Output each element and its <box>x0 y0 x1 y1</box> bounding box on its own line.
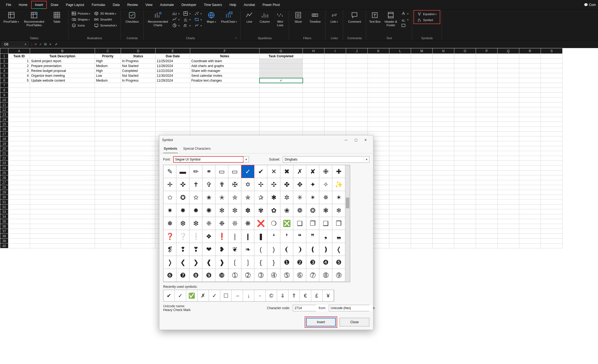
cell-Q19[interactable] <box>498 141 519 146</box>
cell-K11[interactable] <box>368 102 389 107</box>
symbol-cell[interactable]: ✺ <box>202 204 215 217</box>
cell-O14[interactable] <box>454 117 476 122</box>
cell-Q23[interactable] <box>498 161 519 166</box>
symbol-cell[interactable]: ❞ <box>306 230 319 243</box>
cell-R28[interactable] <box>519 185 541 190</box>
symbol-cell[interactable]: ✣ <box>267 178 280 191</box>
cell-B13[interactable] <box>30 112 95 117</box>
cell-I8[interactable] <box>324 88 346 93</box>
cell-P1[interactable] <box>476 54 498 59</box>
symbol-cell[interactable]: ❔ <box>176 230 189 243</box>
cell-G2[interactable] <box>259 59 303 64</box>
cell-J15[interactable] <box>346 122 368 127</box>
cell-A28[interactable] <box>8 185 30 190</box>
cell-C1[interactable]: Priority <box>95 54 121 59</box>
symbol-cell[interactable]: ❀ <box>280 204 293 217</box>
cell-B16[interactable] <box>30 127 95 132</box>
object-button[interactable] <box>400 23 410 28</box>
cell-E10[interactable] <box>156 98 190 102</box>
cell-J12[interactable] <box>346 107 368 112</box>
cell-P7[interactable] <box>476 83 498 88</box>
col-header-D[interactable]: D <box>121 48 156 54</box>
cell-B9[interactable] <box>30 93 95 98</box>
cell-G14[interactable] <box>259 117 303 122</box>
charcode-input-wrap[interactable] <box>293 305 316 311</box>
cell-Q40[interactable] <box>498 243 519 248</box>
symbol-cell[interactable]: ✞ <box>202 178 215 191</box>
row-header-11[interactable]: 11 <box>0 102 8 107</box>
cell-J16[interactable] <box>346 127 368 132</box>
cell-J11[interactable] <box>346 102 368 107</box>
col-header-F[interactable]: F <box>190 48 259 54</box>
cell-L12[interactable] <box>389 107 411 112</box>
cell-M26[interactable] <box>411 175 433 180</box>
cell-M6[interactable] <box>411 78 433 83</box>
cell-M19[interactable] <box>411 141 433 146</box>
recent-symbol-cell[interactable]: ✓ <box>209 290 220 301</box>
symbol-cell[interactable]: ❺ <box>332 256 345 269</box>
cell-P9[interactable] <box>476 93 498 98</box>
insert-button[interactable]: Insert <box>306 318 336 326</box>
cell-D36[interactable] <box>121 224 156 229</box>
cell-I10[interactable] <box>324 98 346 102</box>
cell-N26[interactable] <box>433 175 454 180</box>
cell-C29[interactable] <box>95 190 121 195</box>
symbol-cell[interactable]: ( <box>254 243 267 256</box>
cell-A18[interactable] <box>8 136 30 141</box>
cell-D6[interactable]: In Progress <box>121 78 156 83</box>
cell-D37[interactable] <box>121 229 156 234</box>
cell-S33[interactable] <box>541 209 563 214</box>
cell-M34[interactable] <box>411 214 433 219</box>
cell-F16[interactable] <box>190 127 259 132</box>
cell-B30[interactable] <box>30 195 95 200</box>
cell-G1[interactable]: Task Completed <box>259 54 303 59</box>
cell-P30[interactable] <box>476 195 498 200</box>
symbol-cell[interactable]: ❒ <box>332 217 345 230</box>
symbol-cell[interactable]: ✡ <box>241 178 254 191</box>
cell-C22[interactable] <box>95 156 121 161</box>
cell-G16[interactable] <box>259 127 303 132</box>
cell-A40[interactable] <box>8 243 30 248</box>
symbol-cell[interactable]: ❫ <box>319 243 332 256</box>
cell-P3[interactable] <box>476 64 498 68</box>
cell-R39[interactable] <box>519 239 541 243</box>
cell-A8[interactable] <box>8 88 30 93</box>
cell-D27[interactable] <box>121 180 156 185</box>
cell-L28[interactable] <box>389 185 411 190</box>
cell-S19[interactable] <box>541 141 563 146</box>
cell-R8[interactable] <box>519 88 541 93</box>
cell-N11[interactable] <box>433 102 454 107</box>
wordart-button[interactable] <box>400 11 410 16</box>
cell-G7[interactable] <box>259 83 303 88</box>
symbol-cell[interactable]: ✝ <box>189 178 202 191</box>
cell-J14[interactable] <box>346 117 368 122</box>
col-header-M[interactable]: M <box>411 48 433 54</box>
cell-O24[interactable] <box>454 166 476 171</box>
cell-L6[interactable] <box>389 78 411 83</box>
cell-D19[interactable] <box>121 141 156 146</box>
cell-H9[interactable] <box>303 93 324 98</box>
cell-D30[interactable] <box>121 195 156 200</box>
cell-Q13[interactable] <box>498 112 519 117</box>
cell-A1[interactable]: Task ID <box>8 54 30 59</box>
row-header-33[interactable]: 33 <box>0 209 8 214</box>
symbol-cell[interactable]: { <box>254 256 267 269</box>
cell-S40[interactable] <box>541 243 563 248</box>
cell-J7[interactable] <box>346 83 368 88</box>
cell-C3[interactable]: Medium <box>95 64 121 68</box>
cell-S32[interactable] <box>541 205 563 209</box>
symbol-cell[interactable]: ❂ <box>306 204 319 217</box>
cell-G15[interactable] <box>259 122 303 127</box>
cell-B40[interactable] <box>30 243 95 248</box>
row-header-10[interactable]: 10 <box>0 98 8 102</box>
symbol-cell[interactable]: ❏ <box>293 217 306 230</box>
cell-C15[interactable] <box>95 122 121 127</box>
cell-L38[interactable] <box>389 234 411 239</box>
symbol-cell[interactable]: ✠ <box>228 178 241 191</box>
cell-S9[interactable] <box>541 93 563 98</box>
recent-symbol-cell[interactable]: ↓ <box>243 290 254 301</box>
cell-N13[interactable] <box>433 112 454 117</box>
cell-O29[interactable] <box>454 190 476 195</box>
row-header-3[interactable]: 3 <box>0 64 8 68</box>
cell-H2[interactable] <box>303 59 324 64</box>
